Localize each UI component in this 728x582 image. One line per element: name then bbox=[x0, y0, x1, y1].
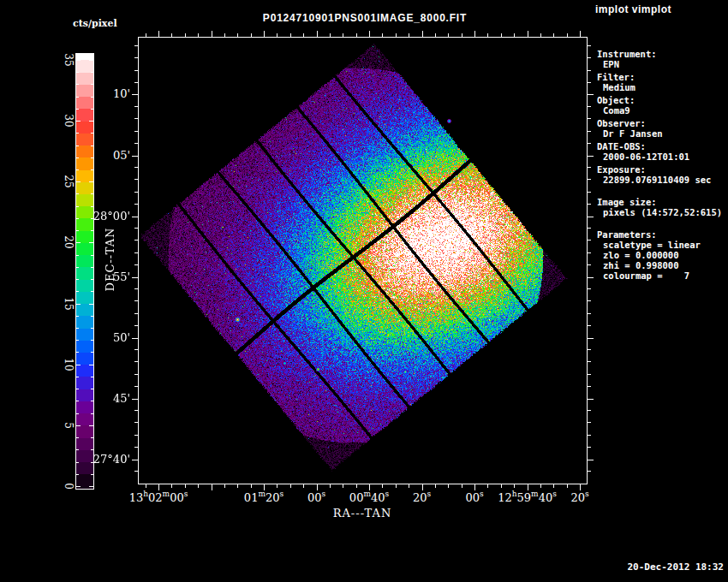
y-tick-label: 05' bbox=[113, 148, 130, 161]
info-value: EPN bbox=[597, 59, 722, 69]
y-minor-tick bbox=[588, 82, 591, 83]
x-minor-tick bbox=[251, 33, 252, 37]
y-major-tick bbox=[588, 338, 594, 339]
x-minor-tick bbox=[330, 484, 331, 488]
x-minor-tick bbox=[303, 33, 304, 37]
x-minor-tick bbox=[303, 484, 304, 488]
x-minor-tick bbox=[448, 484, 449, 488]
x-major-tick bbox=[528, 31, 528, 37]
info-label: Object: bbox=[597, 95, 722, 105]
y-minor-tick bbox=[134, 252, 138, 253]
x-minor-tick bbox=[198, 484, 199, 488]
x-minor-tick bbox=[540, 33, 541, 37]
y-minor-tick bbox=[134, 361, 138, 362]
y-minor-tick bbox=[134, 131, 138, 132]
x-minor-tick bbox=[462, 484, 462, 488]
y-major-tick bbox=[588, 156, 594, 157]
x-minor-tick bbox=[396, 484, 397, 488]
y-minor-tick bbox=[588, 422, 591, 423]
x-minor-tick bbox=[462, 33, 462, 37]
y-minor-tick bbox=[588, 264, 591, 265]
x-minor-tick bbox=[224, 33, 225, 37]
x-minor-tick bbox=[501, 33, 502, 37]
y-minor-tick bbox=[134, 447, 138, 448]
info-value: scaletype = linear bbox=[597, 240, 722, 250]
info-value: 22899.0769110409 sec bbox=[597, 175, 722, 185]
x-minor-tick bbox=[146, 33, 146, 37]
y-major-tick bbox=[588, 217, 594, 217]
x-major-tick bbox=[474, 31, 475, 37]
x-minor-tick bbox=[356, 33, 357, 37]
x-minor-tick bbox=[171, 33, 172, 37]
y-major-tick bbox=[132, 338, 138, 339]
x-minor-tick bbox=[343, 484, 343, 488]
info-value: colourmap = 7 bbox=[597, 270, 722, 281]
info-label: Filter: bbox=[597, 72, 722, 82]
colorbar-gradient bbox=[76, 54, 93, 489]
x-minor-tick bbox=[435, 484, 436, 488]
x-major-tick bbox=[474, 484, 475, 490]
x-tick-label: 20s bbox=[413, 491, 431, 504]
colorbar-tick-label: 35 bbox=[63, 53, 75, 66]
y-minor-tick bbox=[134, 70, 138, 71]
y-minor-tick bbox=[134, 228, 138, 229]
x-major-tick bbox=[369, 31, 370, 37]
y-minor-tick bbox=[588, 143, 591, 144]
info-group: Image size:pixels (14:572,52:615) bbox=[597, 197, 722, 217]
x-major-tick bbox=[158, 484, 159, 490]
info-label: Instrument: bbox=[597, 49, 722, 59]
y-minor-tick bbox=[134, 325, 138, 326]
y-minor-tick bbox=[134, 264, 138, 265]
info-label: Observer: bbox=[597, 118, 722, 128]
y-minor-tick bbox=[134, 204, 138, 205]
y-tick-label: 50' bbox=[113, 330, 130, 343]
info-value: 2000-06-12T01:01 bbox=[597, 151, 722, 162]
info-value: Coma9 bbox=[597, 105, 722, 116]
x-major-tick bbox=[264, 31, 265, 37]
x-tick-label: 12h59m40s bbox=[498, 491, 557, 504]
x-minor-tick bbox=[409, 33, 409, 37]
colorbar-tick-label: 0 bbox=[63, 483, 75, 490]
x-minor-tick bbox=[330, 33, 331, 37]
info-label: Parameters: bbox=[597, 229, 722, 240]
y-minor-tick bbox=[134, 410, 138, 411]
x-minor-tick bbox=[237, 33, 238, 37]
colorbar-frame bbox=[75, 53, 94, 490]
y-minor-tick bbox=[588, 179, 591, 180]
y-minor-tick bbox=[134, 143, 138, 144]
y-minor-tick bbox=[134, 57, 138, 58]
info-label: Image size: bbox=[597, 197, 722, 207]
y-tick-label: 28°00' bbox=[93, 209, 130, 222]
y-minor-tick bbox=[134, 106, 138, 107]
y-minor-tick bbox=[134, 349, 138, 350]
x-tick-label: 00m40s bbox=[349, 491, 389, 504]
info-group: Parameters:scaletype = linearzlo = 0.000… bbox=[597, 229, 722, 281]
x-major-tick bbox=[212, 484, 212, 490]
plot-frame bbox=[138, 37, 588, 484]
y-minor-tick bbox=[588, 313, 591, 314]
x-major-tick bbox=[158, 31, 159, 37]
info-label: Exposure: bbox=[597, 164, 722, 175]
x-minor-tick bbox=[277, 33, 277, 37]
app-title: implot vimplot bbox=[595, 3, 671, 15]
colorbar-tick-label: 15 bbox=[63, 297, 75, 310]
x-major-tick bbox=[422, 484, 423, 490]
y-minor-tick bbox=[588, 435, 591, 436]
y-minor-tick bbox=[134, 240, 138, 241]
y-tick-label: 45' bbox=[113, 391, 130, 404]
y-minor-tick bbox=[588, 204, 591, 205]
info-group: Filter:Medium bbox=[597, 72, 722, 92]
y-major-tick bbox=[588, 94, 594, 95]
x-minor-tick bbox=[382, 484, 383, 488]
x-minor-tick bbox=[224, 484, 225, 488]
x-major-tick bbox=[317, 31, 318, 37]
x-tick-label: 01m20s bbox=[244, 491, 283, 504]
colorbar-tick-label: 20 bbox=[63, 236, 75, 249]
x-tick-label: 20s bbox=[570, 491, 588, 504]
x-minor-tick bbox=[487, 33, 488, 37]
colorbar-tick-label: 5 bbox=[63, 422, 75, 429]
x-minor-tick bbox=[514, 33, 515, 37]
info-group: Object:Coma9 bbox=[597, 95, 722, 116]
y-minor-tick bbox=[588, 288, 591, 289]
x-minor-tick bbox=[396, 33, 397, 37]
